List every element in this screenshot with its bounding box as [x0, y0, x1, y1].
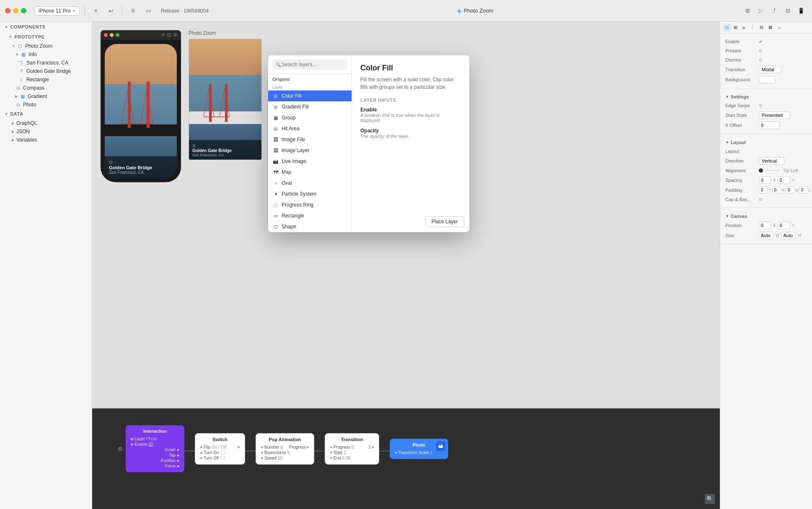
panels-button[interactable]: ⊟ [782, 5, 794, 17]
rp-alignment-row: Alignment Top Left [725, 166, 807, 175]
size-w-input[interactable] [759, 232, 774, 239]
sidebar-item-json[interactable]: ▶ JSON [0, 127, 92, 136]
sidebar-item-photo[interactable]: ⊙ Photo [0, 101, 92, 109]
rp-padding-row: Padding T R B L [725, 185, 807, 195]
layer-search-input[interactable] [272, 59, 347, 70]
search-icon: 🔍 [275, 62, 281, 67]
layer-item-oval[interactable]: ○ Oval [268, 178, 352, 189]
pop-node[interactable]: Pop Animation Number 0 Progress Bouncine… [256, 433, 314, 465]
position-y-input[interactable] [778, 222, 790, 229]
phone-connect-button[interactable]: 📱 [795, 5, 807, 17]
layer-item-colorfill[interactable]: ◎ Color Fill [268, 90, 352, 101]
layer-item-liveimage[interactable]: 📷 Live Image [268, 156, 352, 167]
present-dot [759, 49, 762, 52]
maximize-button[interactable] [21, 8, 26, 13]
node-start: Start 1 [330, 450, 374, 455]
layout-title: ▼ Layout [725, 137, 807, 147]
direction-select[interactable]: Vertical [759, 157, 784, 165]
traffic-lights [5, 8, 26, 13]
transition-select[interactable]: Modal [759, 66, 781, 73]
preview-button[interactable]: ▭ [142, 5, 154, 17]
prototype-header[interactable]: ▼ PROTOTYPE [0, 32, 92, 42]
rp-tb-btn4[interactable]: ⋮ [748, 23, 757, 31]
rp-tb-btn7[interactable]: ↔ [775, 24, 784, 31]
sidebar-item-goldengate[interactable]: T Golden Gate Bridge [0, 67, 92, 75]
rp-tb-btn5[interactable]: ⊟ [758, 23, 765, 31]
back-button[interactable]: ↩ [105, 5, 117, 17]
data-header[interactable]: ▼ DATA [0, 109, 92, 119]
layer-item-rectangle[interactable]: ▭ Rectangle [268, 210, 352, 221]
layer-item-gradientfill[interactable]: ◎ Gradient Fill [268, 101, 352, 112]
transition-node[interactable]: Transition Progress 0 1 Start 1 End 0.38 [325, 433, 379, 465]
search-wrap: 🔍 [272, 59, 347, 70]
layer-item-hitarea[interactable]: ◎ Hit Area [268, 123, 352, 134]
add-button[interactable]: + [90, 5, 102, 17]
settings-gear-icon[interactable]: ⚙ [173, 32, 178, 38]
rp-edgeswipe-row: Edge Swipe [725, 101, 807, 110]
alignment-slider[interactable] [765, 170, 781, 171]
rp-tb-btn6[interactable]: ⊠ [766, 23, 774, 31]
switch-node[interactable]: Switch Flip On / Off Turn On Turn Off [195, 433, 245, 465]
photo-node[interactable]: Photo Transform Scale 1 🏔 [390, 439, 448, 459]
sidebar-item-variables[interactable]: ▶ Variables [0, 136, 92, 144]
interaction-node[interactable]: Interaction Layer Photo Enable ✓ Down ● … [126, 425, 184, 472]
dot [131, 438, 133, 440]
layer-item-imagefile[interactable]: 🖼 Image File [268, 134, 352, 145]
minimize-button[interactable] [13, 8, 18, 13]
position-x-input[interactable] [759, 222, 771, 229]
padding-l[interactable] [799, 186, 808, 194]
rp-tb-btn3[interactable]: ≡ [740, 24, 747, 31]
transition-label: Transition [725, 67, 759, 72]
layer-item-shape[interactable]: ⬡ Shape [268, 221, 352, 232]
spacing-y-input[interactable] [778, 176, 790, 184]
sidebar-item-sanfrancisco[interactable]: T San Francisco, CA [0, 59, 92, 67]
data-label: DATA [10, 111, 23, 116]
layer-item-map[interactable]: 🗺 Map [268, 167, 352, 178]
spacing-inputs: X Y [759, 176, 794, 184]
startstate-select[interactable]: Presented [759, 111, 790, 119]
layer-item-group[interactable]: ▦ Group [268, 112, 352, 123]
screen-icon[interactable]: ⊡ [167, 32, 171, 38]
transition-select-wrap: Modal [759, 66, 781, 73]
rp-position-row: Position X Y [725, 220, 807, 230]
rp-tb-btn2[interactable]: ⊞ [732, 23, 740, 31]
phone-min[interactable] [110, 33, 114, 37]
refresh-icon[interactable]: ↺ [161, 32, 165, 38]
background-color-swatch[interactable] [759, 76, 776, 83]
close-button[interactable] [5, 8, 10, 13]
gradient-icon: ▦ [20, 93, 26, 99]
svg-line-7 [220, 88, 225, 117]
share-button[interactable]: ⤴ [768, 5, 780, 17]
layer-item-imagelayer[interactable]: 🖼 Image Layer [268, 145, 352, 156]
xoffset-input[interactable] [759, 121, 780, 129]
sidebar-item-rectangle[interactable]: ⌑ Rectangle [0, 75, 92, 84]
place-layer-button[interactable]: Place Layer [425, 216, 464, 227]
rp-tb-btn1[interactable]: ⊡ [723, 23, 731, 31]
app-title: Photo Zoom [464, 8, 494, 14]
layer-item-particle[interactable]: ✦ Particle System [268, 189, 352, 199]
canvas-title: ▼ Canvas [725, 211, 807, 220]
padding-b[interactable] [786, 186, 795, 194]
phone-max[interactable] [116, 33, 119, 37]
phone-close[interactable] [104, 33, 108, 37]
spacing-x-input[interactable] [759, 176, 771, 184]
components-header[interactable]: ▼ COMPONENTS [0, 22, 92, 32]
zoom-button[interactable]: 🔍 [705, 494, 715, 504]
copy-button[interactable]: ⎘ [127, 5, 139, 17]
sidebar-item-compass[interactable]: ⊙ Compass [0, 84, 92, 92]
grid-view-button[interactable]: ⊞ [742, 5, 753, 17]
layer-item-progressring[interactable]: ◌ Progress Ring [268, 199, 352, 210]
present-button[interactable]: ▷ [755, 5, 767, 17]
sidebar-item-gradient[interactable]: ▶ ▦ Gradient [0, 92, 92, 101]
sidebar-item-graphql[interactable]: ▶ GraphQL [0, 119, 92, 127]
size-h-input[interactable] [781, 232, 796, 239]
sidebar-item-photozoom[interactable]: ▼ ⬡ Photo Zoom [0, 42, 92, 50]
w-label: W [776, 233, 779, 238]
padding-t[interactable] [759, 186, 768, 194]
sidebar-item-info[interactable]: ▼ ▦ Info [0, 50, 92, 59]
device-selector[interactable]: iPhone 11 Pro ▼ [35, 6, 80, 16]
alignment-dot[interactable] [759, 168, 763, 173]
connector-3 [314, 451, 325, 451]
t-label: T [769, 188, 771, 192]
padding-r[interactable] [772, 186, 781, 194]
